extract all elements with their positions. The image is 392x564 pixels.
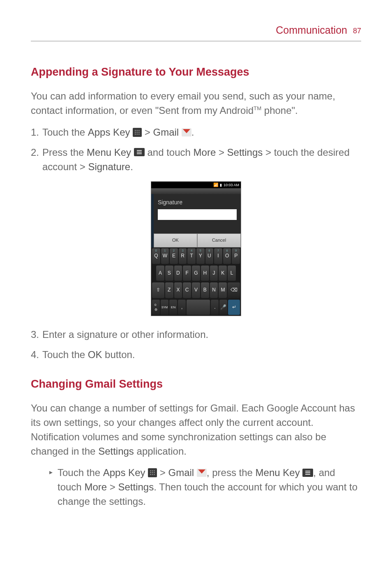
key-w[interactable]: 1W — [161, 248, 169, 264]
key-e[interactable]: 2E — [170, 248, 178, 264]
key-comma[interactable]: , — [178, 300, 186, 315]
menu-key-icon — [302, 469, 313, 477]
key-i[interactable]: 7I — [214, 248, 222, 264]
section-appending-signature: Appending a Signature to Your Messages Y… — [31, 64, 361, 362]
key-t[interactable]: 4T — [187, 248, 196, 264]
bullet-apps-key: Apps Key — [103, 467, 145, 478]
step2-number: 2. — [31, 146, 42, 174]
key-r[interactable]: 3R — [179, 248, 187, 264]
settings-app-label: Settings — [98, 446, 134, 457]
step2-text-e: . — [130, 161, 133, 172]
key-f[interactable]: F — [183, 266, 191, 281]
signal-icon: 📶 — [213, 182, 218, 188]
header-title: Communication — [276, 23, 347, 37]
step3-number: 3. — [31, 328, 42, 342]
settings-label: Settings — [227, 147, 263, 158]
key-q[interactable]: 0Q — [152, 248, 160, 264]
bullet-body: Touch the Apps Key > Gmail , press the M… — [58, 466, 361, 509]
kb-row-1: 0Q 1W 2E 3R 4T 5Y 6U 7I 8O 9P — [151, 247, 241, 265]
apps-key-icon — [133, 128, 142, 137]
key-h[interactable]: H — [201, 266, 209, 281]
kb-row-3: ⇧ Z X C V B N M ⌫ — [151, 282, 241, 299]
phone-screenshot: 📶 ▮ 10:03 AM Signature OK Cancel 0Q 1W 2… — [31, 181, 361, 316]
key-numbers[interactable]: 0⚙ — [152, 300, 160, 315]
menu-key-label: Menu Key — [87, 147, 131, 158]
key-d[interactable]: D — [174, 266, 182, 281]
key-x[interactable]: X — [174, 282, 182, 298]
step1-number: 1. — [31, 125, 42, 140]
key-o[interactable]: 8O — [223, 248, 231, 264]
key-shift[interactable]: ⇧ — [152, 282, 164, 298]
apps-key-label: Apps Key — [88, 127, 130, 138]
bullet-more: More — [84, 481, 107, 492]
step-3: 3. Enter a signature or other informatio… — [31, 328, 361, 342]
ok-label: OK — [88, 349, 102, 360]
apps-key-icon — [148, 468, 157, 477]
key-enter[interactable]: ↵ — [228, 300, 240, 315]
step1-body: Touch the Apps Key > Gmail . — [42, 125, 361, 140]
app-title-bar — [151, 188, 241, 194]
bullet-menu-key: Menu Key — [256, 467, 300, 478]
gmail-icon — [182, 128, 191, 136]
bullet-marker-icon: ▸ — [49, 466, 58, 509]
more-label: More — [194, 147, 216, 158]
bullet-settings: Settings — [118, 481, 154, 492]
key-k[interactable]: K — [219, 266, 227, 281]
signature-dialog-label: Signature — [154, 194, 241, 209]
step1-text-a: Touch the — [42, 127, 88, 138]
section2-intro-a: You can change a number of settings for … — [31, 402, 355, 456]
key-backspace[interactable]: ⌫ — [228, 282, 240, 298]
bullet-text-a: Touch the — [58, 467, 103, 478]
key-lang[interactable]: EN — [169, 300, 177, 315]
key-p[interactable]: 9P — [232, 248, 240, 264]
dialog-buttons: OK Cancel — [154, 233, 241, 247]
tm-mark: TM — [254, 105, 261, 111]
step2-body: Press the Menu Key and touch More > Sett… — [42, 146, 361, 174]
step4-body: Touch the OK button. — [42, 348, 361, 362]
bullet-text-c: , press the — [207, 467, 256, 478]
key-c[interactable]: C — [183, 282, 191, 298]
bullet-gmail: Gmail — [168, 467, 194, 478]
key-s[interactable]: S — [165, 266, 173, 281]
intro-text-b: phone". — [261, 105, 298, 116]
page-header: Communication 87 — [31, 23, 361, 42]
kb-row-2: A S D F G H J K L — [151, 265, 241, 282]
kb-row-4: 0⚙ SYM EN , . 🎤 ↵ — [151, 299, 241, 316]
bullet-item: ▸ Touch the Apps Key > Gmail , press the… — [31, 466, 361, 509]
ok-button[interactable]: OK — [154, 233, 197, 247]
key-period[interactable]: . — [211, 300, 219, 315]
key-a[interactable]: A — [156, 266, 164, 281]
key-z[interactable]: Z — [165, 282, 173, 298]
gmail-label: Gmail — [153, 127, 179, 138]
header-page-number: 87 — [353, 25, 361, 36]
key-u[interactable]: 6U — [205, 248, 214, 264]
cancel-button[interactable]: Cancel — [197, 233, 241, 247]
key-g[interactable]: G — [192, 266, 200, 281]
signature-input[interactable] — [158, 209, 237, 220]
key-y[interactable]: 5Y — [196, 248, 205, 264]
battery-icon: ▮ — [220, 183, 222, 188]
key-l[interactable]: L — [228, 266, 236, 281]
key-mic[interactable]: 🎤 — [219, 300, 227, 315]
key-space[interactable] — [187, 300, 210, 315]
step2-text-b: and touch — [145, 147, 194, 158]
menu-key-icon — [134, 148, 145, 156]
key-j[interactable]: J — [210, 266, 218, 281]
step1-text-b: > — [142, 127, 153, 138]
section-changing-gmail-settings: Changing Gmail Settings You can change a… — [31, 376, 361, 509]
key-b[interactable]: B — [201, 282, 209, 298]
key-sym[interactable]: SYM — [161, 300, 168, 315]
signature-dialog: Signature OK Cancel — [151, 194, 241, 247]
step4-text-a: Touch the — [42, 349, 88, 360]
key-v[interactable]: V — [192, 282, 200, 298]
key-m[interactable]: M — [219, 282, 227, 298]
step1-text-c: . — [191, 127, 194, 138]
phone-screen: 📶 ▮ 10:03 AM Signature OK Cancel 0Q 1W 2… — [151, 181, 241, 316]
step2-text-a: Press the — [42, 147, 87, 158]
step-2: 2. Press the Menu Key and touch More > S… — [31, 146, 361, 174]
key-n[interactable]: N — [210, 282, 218, 298]
step4-number: 4. — [31, 348, 42, 362]
section2-intro-b: application. — [134, 446, 187, 457]
section2-intro: You can change a number of settings for … — [31, 401, 361, 458]
section1-intro: You can add information to every email y… — [31, 89, 361, 118]
